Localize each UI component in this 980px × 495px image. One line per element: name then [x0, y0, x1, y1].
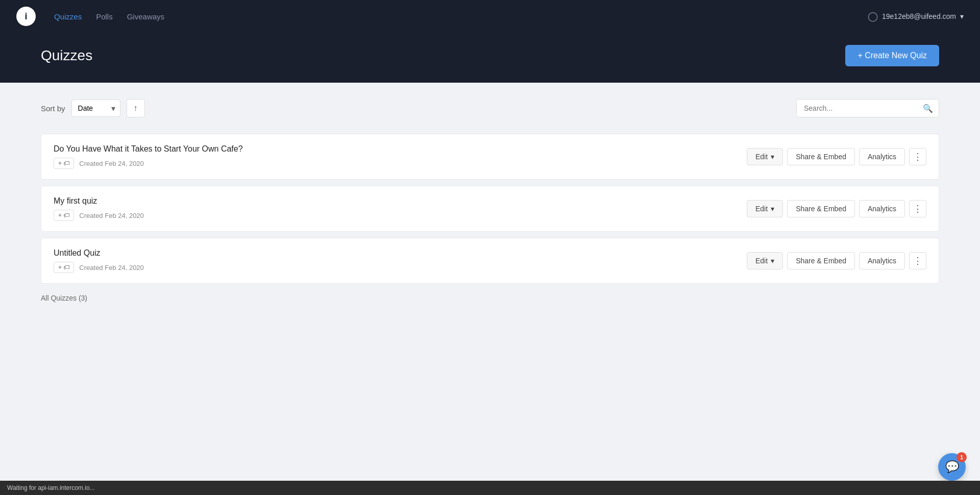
quiz-item: My first quiz + 🏷 Created Feb 24, 2020 E… — [41, 186, 939, 232]
quiz-meta: + 🏷 Created Feb 24, 2020 — [54, 210, 144, 221]
nav-giveaways[interactable]: Giveaways — [127, 12, 164, 21]
sort-direction-button[interactable]: ↑ — [127, 99, 145, 117]
sort-select[interactable]: Date Name Created — [71, 100, 120, 117]
share-embed-button[interactable]: Share & Embed — [787, 252, 855, 269]
share-embed-button[interactable]: Share & Embed — [787, 200, 855, 217]
analytics-button[interactable]: Analytics — [859, 252, 905, 269]
quiz-item: Untitled Quiz + 🏷 Created Feb 24, 2020 E… — [41, 238, 939, 284]
nav-quizzes[interactable]: Quizzes — [54, 12, 82, 21]
quiz-meta: + 🏷 Created Feb 24, 2020 — [54, 262, 144, 273]
quiz-date: Created Feb 24, 2020 — [79, 264, 143, 271]
edit-button[interactable]: Edit ▾ — [747, 148, 783, 165]
nav-polls[interactable]: Polls — [96, 12, 113, 21]
user-email: 19e12eb8@uifeed.com — [882, 12, 956, 20]
page-title: Quizzes — [41, 47, 92, 64]
sort-group: Sort by Date Name Created ↑ — [41, 99, 145, 117]
nav-links: Quizzes Polls Giveaways — [54, 12, 868, 21]
quiz-info: Do You Have What it Takes to Start Your … — [54, 144, 243, 169]
quiz-item: Do You Have What it Takes to Start Your … — [41, 134, 939, 180]
share-embed-button[interactable]: Share & Embed — [787, 148, 855, 165]
quiz-date: Created Feb 24, 2020 — [79, 212, 143, 219]
sort-label: Sort by — [41, 104, 65, 113]
edit-dropdown-icon: ▾ — [771, 153, 774, 161]
quiz-title: My first quiz — [54, 196, 144, 206]
more-options-button[interactable]: ⋮ — [909, 148, 926, 165]
quiz-date: Created Feb 24, 2020 — [79, 160, 143, 167]
page-header: Quizzes + Create New Quiz — [0, 33, 980, 83]
main-content: Sort by Date Name Created ↑ 🔍 Do You Hav… — [0, 83, 980, 318]
edit-dropdown-icon: ▾ — [771, 257, 774, 265]
chat-icon: 💬 — [945, 460, 959, 474]
tag-button[interactable]: + 🏷 — [54, 262, 74, 273]
all-quizzes-label: All Quizzes (3) — [41, 294, 939, 302]
more-options-button[interactable]: ⋮ — [909, 252, 926, 269]
quiz-actions: Edit ▾ Share & Embed Analytics ⋮ — [747, 200, 926, 217]
logo[interactable]: i — [16, 7, 38, 26]
analytics-button[interactable]: Analytics — [859, 200, 905, 217]
analytics-button[interactable]: Analytics — [859, 148, 905, 165]
status-bar: Waiting for api-iam.intercom.io... — [0, 481, 980, 495]
quiz-info: Untitled Quiz + 🏷 Created Feb 24, 2020 — [54, 249, 144, 273]
quiz-title: Do You Have What it Takes to Start Your … — [54, 144, 243, 154]
user-icon: ◯ — [868, 11, 878, 22]
logo-icon: i — [16, 7, 36, 26]
status-text: Waiting for api-iam.intercom.io... — [7, 484, 95, 491]
edit-button[interactable]: Edit ▾ — [747, 200, 783, 217]
navbar: i Quizzes Polls Giveaways ◯ 19e12eb8@uif… — [0, 0, 980, 33]
quiz-actions: Edit ▾ Share & Embed Analytics ⋮ — [747, 252, 926, 269]
chat-badge: 1 — [957, 452, 967, 462]
user-menu[interactable]: ◯ 19e12eb8@uifeed.com ▾ — [868, 11, 964, 22]
quiz-meta: + 🏷 Created Feb 24, 2020 — [54, 158, 243, 169]
sort-select-wrapper: Date Name Created — [71, 100, 120, 117]
edit-button[interactable]: Edit ▾ — [747, 252, 783, 269]
quiz-info: My first quiz + 🏷 Created Feb 24, 2020 — [54, 196, 144, 221]
create-quiz-button[interactable]: + Create New Quiz — [845, 45, 939, 66]
tag-button[interactable]: + 🏷 — [54, 158, 74, 169]
more-options-button[interactable]: ⋮ — [909, 200, 926, 217]
user-dropdown-icon: ▾ — [960, 12, 964, 20]
search-wrapper: 🔍 — [796, 99, 939, 117]
quiz-actions: Edit ▾ Share & Embed Analytics ⋮ — [747, 148, 926, 165]
quiz-title: Untitled Quiz — [54, 249, 144, 258]
tag-button[interactable]: + 🏷 — [54, 210, 74, 221]
chat-bubble[interactable]: 💬 1 — [938, 453, 966, 481]
quiz-list: Do You Have What it Takes to Start Your … — [41, 134, 939, 290]
filter-row: Sort by Date Name Created ↑ 🔍 — [41, 99, 939, 117]
edit-dropdown-icon: ▾ — [771, 205, 774, 213]
search-input[interactable] — [796, 99, 939, 117]
